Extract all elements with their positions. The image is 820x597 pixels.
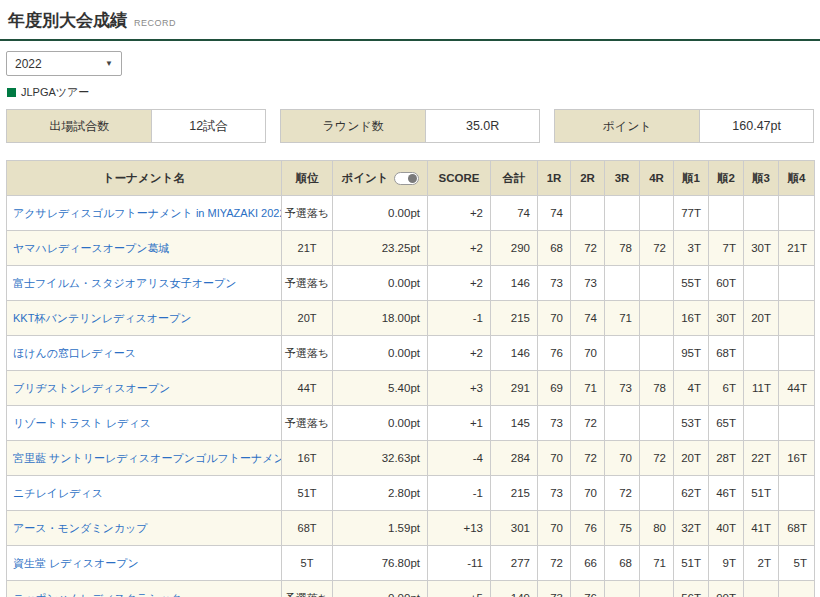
tournament-link[interactable]: 富士フイルム・スタジオアリス女子オープン: [13, 277, 237, 289]
summary-bar: 出場試合数 12試合 ラウンド数 35.0R ポイント 160.47pt: [6, 109, 814, 143]
cell-rank: 予選落ち: [282, 266, 333, 301]
cell-points: 0.00pt: [333, 196, 428, 231]
table-row: ブリヂストンレディスオープン44T5.40pt+3291697173784T6T…: [7, 371, 815, 406]
header-tournament-name: トーナメント名: [7, 161, 282, 196]
cell-rank: 予選落ち: [282, 196, 333, 231]
cell-p1: 62T: [674, 476, 709, 511]
cell-r4: [640, 476, 674, 511]
tournament-name-cell: アース・モンダミンカップ: [7, 511, 282, 546]
tournament-link[interactable]: ヤマハレディースオープン葛城: [13, 242, 170, 254]
cell-p1: 55T: [674, 266, 709, 301]
record-page: 年度別大会成績 RECORD 2022 ▼ JLPGAツアー 出場試合数 12試…: [0, 0, 820, 597]
cell-p4: 21T: [779, 231, 815, 266]
cell-total: 149: [491, 581, 538, 597]
cell-p3: [744, 266, 779, 301]
cell-total: 146: [491, 336, 538, 371]
cell-p2: 9T: [709, 546, 744, 581]
tournament-name-cell: リゾートトラスト レディス: [7, 406, 282, 441]
cell-p1: 53T: [674, 406, 709, 441]
cell-p2: 68T: [709, 336, 744, 371]
cell-r2: 70: [571, 336, 605, 371]
tournament-link[interactable]: KKT杯バンテリンレディスオープン: [13, 312, 192, 324]
year-select[interactable]: 2022 ▼: [6, 51, 122, 76]
points-toggle[interactable]: [394, 172, 419, 185]
cell-p4: [779, 301, 815, 336]
summary-events-label: 出場試合数: [7, 110, 151, 142]
tournament-link[interactable]: 資生堂 レディスオープン: [13, 557, 139, 569]
cell-r1: 72: [538, 546, 571, 581]
cell-score: +1: [428, 406, 491, 441]
cell-total: 277: [491, 546, 538, 581]
tournament-name-cell: ニッポンハムレディスクラシック: [7, 581, 282, 597]
cell-total: 74: [491, 196, 538, 231]
cell-p1: 32T: [674, 511, 709, 546]
cell-points: 2.80pt: [333, 476, 428, 511]
cell-rank: 44T: [282, 371, 333, 406]
cell-r3: 73: [605, 371, 640, 406]
cell-p2: 28T: [709, 441, 744, 476]
page-header: 年度別大会成績 RECORD: [0, 0, 820, 41]
cell-rank: 5T: [282, 546, 333, 581]
tournament-link[interactable]: ニッポンハムレディスクラシック: [13, 592, 182, 597]
cell-p1: 4T: [674, 371, 709, 406]
tournament-link[interactable]: リゾートトラスト レディス: [13, 417, 151, 429]
cell-r2: 72: [571, 231, 605, 266]
cell-p1: 51T: [674, 546, 709, 581]
cell-p4: [779, 406, 815, 441]
header-total: 合計: [491, 161, 538, 196]
header-points: ポイント: [333, 161, 428, 196]
cell-r2: [571, 196, 605, 231]
cell-r2: 74: [571, 301, 605, 336]
page-subtitle: RECORD: [134, 18, 176, 28]
table-row: ニッポンハムレディスクラシック予選落ち0.00pt+5149737656T90T: [7, 581, 815, 597]
tournament-link[interactable]: ほけんの窓口レディース: [13, 347, 136, 359]
cell-r1: 73: [538, 266, 571, 301]
cell-r1: 70: [538, 441, 571, 476]
tournament-link[interactable]: ブリヂストンレディスオープン: [13, 382, 170, 394]
tournament-link[interactable]: アクサレディスゴルフトーナメント in MIYAZAKI 2022: [13, 207, 282, 219]
tournament-name-cell: ニチレイレディス: [7, 476, 282, 511]
tournament-name-cell: ヤマハレディースオープン葛城: [7, 231, 282, 266]
cell-p4: [779, 336, 815, 371]
cell-p1: 95T: [674, 336, 709, 371]
table-row: 宮里藍 サントリーレディスオープンゴルフトーナメント16T32.63pt-428…: [7, 441, 815, 476]
cell-r1: 73: [538, 406, 571, 441]
results-table: トーナメント名 順位 ポイント SCORE 合計 1R 2R 3R 4R 順1 …: [6, 160, 815, 597]
cell-r2: 71: [571, 371, 605, 406]
tournament-link[interactable]: アース・モンダミンカップ: [13, 522, 148, 534]
cell-p1: 20T: [674, 441, 709, 476]
header-rank3: 順3: [744, 161, 779, 196]
cell-rank: 予選落ち: [282, 406, 333, 441]
table-row: リゾートトラスト レディス予選落ち0.00pt+1145737253T65T: [7, 406, 815, 441]
tournament-name-cell: アクサレディスゴルフトーナメント in MIYAZAKI 2022: [7, 196, 282, 231]
cell-r4: 72: [640, 441, 674, 476]
cell-r4: [640, 266, 674, 301]
cell-p2: 30T: [709, 301, 744, 336]
header-round4: 4R: [640, 161, 674, 196]
header-round3: 3R: [605, 161, 640, 196]
cell-p1: 16T: [674, 301, 709, 336]
cell-r2: 72: [571, 406, 605, 441]
points-toggle-knob-icon: [408, 174, 417, 183]
table-row: 資生堂 レディスオープン5T76.80pt-112777266687151T9T…: [7, 546, 815, 581]
cell-r1: 70: [538, 301, 571, 336]
cell-p4: [779, 476, 815, 511]
cell-r4: 80: [640, 511, 674, 546]
cell-p3: 22T: [744, 441, 779, 476]
results-table-body: アクサレディスゴルフトーナメント in MIYAZAKI 2022予選落ち0.0…: [7, 196, 815, 597]
cell-p4: 16T: [779, 441, 815, 476]
header-rank1: 順1: [674, 161, 709, 196]
cell-p2: 46T: [709, 476, 744, 511]
cell-points: 18.00pt: [333, 301, 428, 336]
tournament-link[interactable]: ニチレイレディス: [13, 487, 103, 499]
cell-p2: 7T: [709, 231, 744, 266]
header-rank2: 順2: [709, 161, 744, 196]
cell-r3: 75: [605, 511, 640, 546]
cell-p3: 20T: [744, 301, 779, 336]
cell-rank: 予選落ち: [282, 581, 333, 597]
cell-total: 145: [491, 406, 538, 441]
tournament-link[interactable]: 宮里藍 サントリーレディスオープンゴルフトーナメント: [13, 452, 282, 464]
cell-p1: 56T: [674, 581, 709, 597]
year-select-value: 2022: [15, 57, 42, 71]
cell-total: 291: [491, 371, 538, 406]
